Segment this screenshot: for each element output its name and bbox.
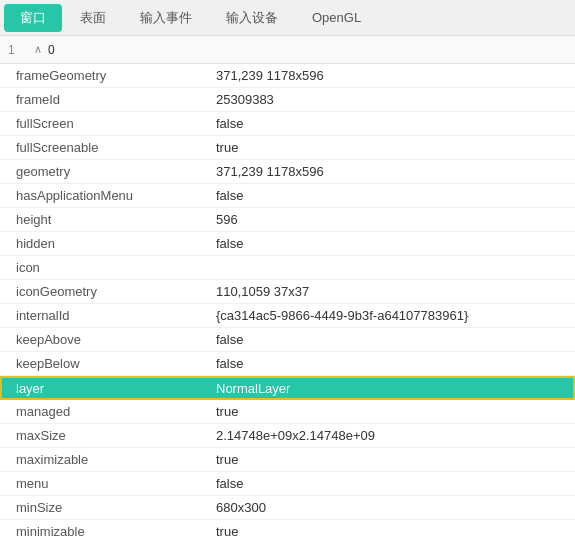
tab-input-devices[interactable]: 输入设备 bbox=[210, 4, 294, 32]
prop-name: height bbox=[16, 212, 216, 227]
prop-value: false bbox=[216, 332, 575, 347]
table-row[interactable]: height596 bbox=[0, 208, 575, 232]
prop-name: keepBelow bbox=[16, 356, 216, 371]
prop-value: 2.14748e+09x2.14748e+09 bbox=[216, 428, 575, 443]
table-row[interactable]: keepBelowfalse bbox=[0, 352, 575, 376]
main-content: 1 ∧ 0 frameGeometry371,239 1178x596frame… bbox=[0, 36, 575, 536]
prop-name: iconGeometry bbox=[16, 284, 216, 299]
prop-name: maxSize bbox=[16, 428, 216, 443]
prop-name: minSize bbox=[16, 500, 216, 515]
table-row[interactable]: maxSize2.14748e+09x2.14748e+09 bbox=[0, 424, 575, 448]
prop-value: false bbox=[216, 116, 575, 131]
prop-value: true bbox=[216, 140, 575, 155]
table-row[interactable]: frameId25309383 bbox=[0, 88, 575, 112]
prop-value: 371,239 1178x596 bbox=[216, 68, 575, 83]
prop-name: frameGeometry bbox=[16, 68, 216, 83]
prop-value: false bbox=[216, 236, 575, 251]
table-row[interactable]: hasApplicationMenufalse bbox=[0, 184, 575, 208]
prop-value: 680x300 bbox=[216, 500, 575, 515]
tab-surface[interactable]: 表面 bbox=[64, 4, 122, 32]
prop-name: minimizable bbox=[16, 524, 216, 536]
tab-window[interactable]: 窗口 bbox=[4, 4, 62, 32]
tab-bar: 窗口 表面 输入事件 输入设备 OpenGL bbox=[0, 0, 575, 36]
prop-value: 110,1059 37x37 bbox=[216, 284, 575, 299]
prop-value: false bbox=[216, 476, 575, 491]
tab-opengl[interactable]: OpenGL bbox=[296, 4, 377, 32]
prop-value: 371,239 1178x596 bbox=[216, 164, 575, 179]
prop-value: NormalLayer bbox=[216, 381, 573, 396]
prop-name: layer bbox=[16, 381, 216, 396]
index-number: 1 bbox=[8, 43, 28, 57]
properties-table[interactable]: frameGeometry371,239 1178x596frameId2530… bbox=[0, 64, 575, 536]
prop-value: false bbox=[216, 188, 575, 203]
prop-name: icon bbox=[16, 260, 216, 275]
tab-input-events[interactable]: 输入事件 bbox=[124, 4, 208, 32]
prop-value: true bbox=[216, 404, 575, 419]
expand-icon[interactable]: ∧ bbox=[34, 43, 42, 56]
table-row[interactable]: fullScreenabletrue bbox=[0, 136, 575, 160]
prop-name: menu bbox=[16, 476, 216, 491]
prop-name: geometry bbox=[16, 164, 216, 179]
prop-value: 596 bbox=[216, 212, 575, 227]
table-row[interactable]: icon bbox=[0, 256, 575, 280]
table-row[interactable]: internalId{ca314ac5-9866-4449-9b3f-a6410… bbox=[0, 304, 575, 328]
prop-name: managed bbox=[16, 404, 216, 419]
prop-name: internalId bbox=[16, 308, 216, 323]
prop-name: hasApplicationMenu bbox=[16, 188, 216, 203]
table-row[interactable]: layerNormalLayer bbox=[0, 376, 575, 400]
table-row[interactable]: menufalse bbox=[0, 472, 575, 496]
prop-value: true bbox=[216, 524, 575, 536]
index-row: 1 ∧ 0 bbox=[0, 36, 575, 64]
prop-name: fullScreen bbox=[16, 116, 216, 131]
table-row[interactable]: managedtrue bbox=[0, 400, 575, 424]
table-row[interactable]: iconGeometry110,1059 37x37 bbox=[0, 280, 575, 304]
prop-name: keepAbove bbox=[16, 332, 216, 347]
prop-value: true bbox=[216, 452, 575, 467]
table-row[interactable]: geometry371,239 1178x596 bbox=[0, 160, 575, 184]
table-row[interactable]: minSize680x300 bbox=[0, 496, 575, 520]
prop-value: 25309383 bbox=[216, 92, 575, 107]
table-row[interactable]: maximizabletrue bbox=[0, 448, 575, 472]
prop-value: false bbox=[216, 356, 575, 371]
table-row[interactable]: keepAbovefalse bbox=[0, 328, 575, 352]
table-row[interactable]: frameGeometry371,239 1178x596 bbox=[0, 64, 575, 88]
table-row[interactable]: hiddenfalse bbox=[0, 232, 575, 256]
table-row[interactable]: fullScreenfalse bbox=[0, 112, 575, 136]
prop-name: frameId bbox=[16, 92, 216, 107]
prop-value: {ca314ac5-9866-4449-9b3f-a64107783961} bbox=[216, 308, 575, 323]
prop-name: maximizable bbox=[16, 452, 216, 467]
prop-name: fullScreenable bbox=[16, 140, 216, 155]
prop-name: hidden bbox=[16, 236, 216, 251]
index-value: 0 bbox=[48, 43, 55, 57]
table-row[interactable]: minimizabletrue bbox=[0, 520, 575, 536]
